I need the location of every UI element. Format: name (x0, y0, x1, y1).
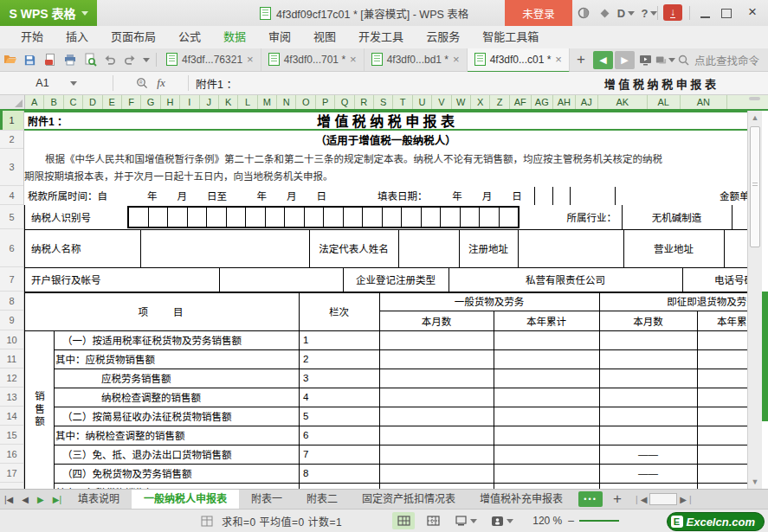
sheet-tab-附表一[interactable]: 附表一 (239, 490, 294, 509)
column-header-A[interactable]: A (25, 95, 44, 109)
cell-colno-row11[interactable]: 2 (299, 349, 379, 369)
docer-menu-icon[interactable]: D (615, 0, 637, 26)
cell-dash-row16[interactable]: —— (599, 445, 697, 464)
cell-item-row11[interactable]: 其中：应税货物销售额 (54, 349, 299, 369)
taxpayer-id-boxes[interactable] (127, 206, 520, 228)
cell-colno-row10[interactable]: 1 (299, 330, 379, 349)
reading-mode-button[interactable] (487, 512, 517, 529)
cell-reg-addr-label[interactable]: 注册地址 (459, 229, 518, 267)
row-header-11[interactable]: 11 (0, 349, 23, 369)
row-header-5[interactable]: 5 (0, 205, 23, 229)
cell-colno-row15[interactable]: 6 (299, 426, 379, 445)
column-header-J[interactable]: J (200, 95, 219, 109)
cell-item-row14[interactable]: （二）按简易征收办法征税货物销售额 (54, 407, 299, 426)
row-header-1[interactable]: 1 (0, 111, 23, 131)
column-header-AF[interactable]: AF (510, 95, 532, 109)
magnifier-icon[interactable]: R (136, 77, 148, 89)
column-header-L[interactable]: L (238, 95, 257, 109)
cell-item-row12[interactable]: 应税劳务销售额 (54, 369, 299, 388)
id-digit-box[interactable] (402, 208, 422, 227)
table-header-month1[interactable]: 本月数 (379, 311, 494, 330)
column-header-X[interactable]: X (471, 95, 490, 109)
cell-item-row13[interactable]: 纳税检查调整的销售额 (54, 388, 299, 407)
menu-item-数据[interactable]: 数据 (213, 26, 256, 48)
column-header-AK[interactable]: AK (598, 95, 648, 109)
row-header-16[interactable]: 16 (0, 445, 23, 464)
cell-industry-value[interactable]: 无机碱制造 (622, 205, 732, 229)
save-icon[interactable] (20, 49, 40, 70)
menu-item-智能工具箱[interactable]: 智能工具箱 (472, 26, 549, 48)
sheet-tab-增值税补充申报表[interactable]: 增值税补充申报表 (468, 490, 575, 509)
redo-icon[interactable] (119, 49, 139, 70)
row-header-13[interactable]: 13 (0, 388, 23, 407)
cell-bank-label[interactable]: 开户银行及帐号 (31, 267, 170, 292)
name-box[interactable]: A1 (0, 77, 113, 89)
column-header-K[interactable]: K (219, 95, 238, 109)
form-subtitle[interactable]: （适用于增值税一般纳税人） (24, 131, 747, 149)
column-header-AG[interactable]: AG (532, 95, 553, 109)
table-header-colno[interactable]: 栏次 (299, 292, 379, 330)
id-digit-box[interactable] (246, 208, 266, 227)
cell-colno-row14[interactable]: 5 (299, 407, 379, 426)
cell-phone-label[interactable]: 电话号码 (682, 267, 747, 292)
cell-colno-row12[interactable]: 3 (299, 369, 379, 388)
table-header-item[interactable]: 项 目 (24, 292, 299, 330)
cell-taxpayer-id-label[interactable]: 纳税人识别号 (31, 205, 126, 229)
column-header-AH[interactable]: AH (553, 95, 576, 109)
id-digit-box[interactable] (344, 208, 364, 227)
login-button[interactable]: 未登录 (505, 0, 572, 26)
row-header-6[interactable]: 6 (0, 229, 23, 267)
doc-tab-1[interactable]: 4f3df...76321× (159, 48, 261, 71)
sheet-grid[interactable]: 附件1 ： 增 值 税 纳 税 申 报 表 （适用于增值税一般纳税人） 根据《中… (24, 111, 747, 489)
doc-tab-2[interactable]: 4f3df0...701 *× (261, 48, 365, 71)
id-digit-box[interactable] (285, 208, 305, 227)
skin-theme-icon[interactable] (573, 0, 594, 26)
add-sheet-button[interactable]: + (606, 490, 629, 508)
column-header-D[interactable]: D (83, 95, 102, 109)
close-icon[interactable]: × (350, 53, 357, 66)
menu-item-页面布局[interactable]: 页面布局 (100, 26, 166, 48)
form-title[interactable]: 增 值 税 纳 税 申 报 表 (24, 111, 747, 130)
cell-item-row10[interactable]: （一）按适用税率征税货物及劳务销售额 (54, 330, 299, 349)
select-all-corner[interactable] (0, 95, 25, 109)
menu-item-开始[interactable]: 开始 (10, 26, 54, 48)
formula-input[interactable]: 附件1 ： 增 值 税 纳 税 申 报 表 (189, 75, 768, 92)
menu-item-开发工具[interactable]: 开发工具 (348, 26, 414, 48)
page-layout-view-button[interactable] (451, 512, 481, 529)
sheet-tab-固定资产抵扣情况表[interactable]: 固定资产抵扣情况表 (350, 490, 468, 509)
id-digit-box[interactable] (324, 208, 344, 227)
cell-legal-rep-label[interactable]: 法定代表人姓名 (309, 229, 398, 267)
column-header-P[interactable]: P (316, 95, 335, 109)
column-header-E[interactable]: E (103, 95, 122, 109)
row-header-2[interactable]: 2 (0, 131, 23, 149)
id-digit-box[interactable] (129, 208, 149, 227)
close-icon[interactable]: × (247, 53, 254, 66)
cell-item-row16[interactable]: （三）免、抵、退办法出口货物销售额 (54, 445, 299, 464)
column-header-B[interactable]: B (44, 95, 63, 109)
column-header-R[interactable]: R (355, 95, 374, 109)
cell-reg-type-value[interactable]: 私营有限责任公司 (449, 267, 682, 292)
column-header-AJ[interactable]: AJ (576, 95, 598, 109)
sheet-tab-一般纳税人申报表[interactable]: 一般纳税人申报表 (132, 490, 239, 509)
new-document-tab-button[interactable]: + (570, 51, 592, 68)
column-header-O[interactable]: O (296, 95, 315, 109)
cell-biz-addr-label[interactable]: 营业地址 (623, 229, 724, 267)
table-header-group2[interactable]: 即征即退货物及劳务 (599, 292, 747, 311)
row-header-3[interactable]: 3 (0, 149, 23, 186)
table-header-ytd1[interactable]: 本年累计 (494, 311, 599, 330)
id-digit-box[interactable] (383, 208, 403, 227)
close-icon[interactable]: × (555, 53, 562, 66)
id-digit-box[interactable] (480, 208, 500, 227)
row-header-14[interactable]: 14 (0, 407, 23, 426)
id-digit-box[interactable] (363, 208, 383, 227)
cell-colno-row13[interactable]: 4 (299, 388, 379, 407)
present-mode-icon[interactable] (636, 49, 655, 70)
cell-tax-period[interactable]: 税款所属时间：自 年 月 日至 年 月 日 (28, 186, 374, 205)
column-header-M[interactable]: M (258, 95, 277, 109)
row-header-4[interactable]: 4 (0, 186, 23, 205)
maximize-button[interactable] (717, 0, 736, 26)
table-header-group1[interactable]: 一般货物及劳务 (379, 292, 599, 311)
menu-item-视图[interactable]: 视图 (303, 26, 346, 48)
table-header-ytd2[interactable]: 本年累计 (717, 311, 747, 330)
row-header-10[interactable]: 10 (0, 330, 23, 349)
